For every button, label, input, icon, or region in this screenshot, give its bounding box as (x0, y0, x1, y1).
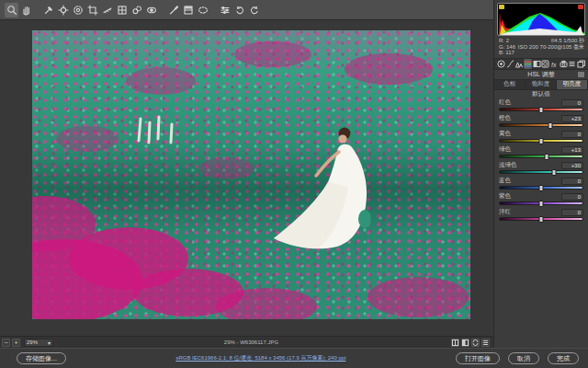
zoom-in-icon: + (14, 339, 17, 346)
slider-label: 绿色 (499, 145, 511, 154)
white-balance-tool-icon[interactable] (41, 3, 55, 17)
preview-statusbar: − + 29% ▾ 29% - W6306117.JPG (0, 336, 493, 348)
slider-label: 黄色 (499, 130, 511, 138)
slider-value[interactable]: +23 (561, 115, 583, 122)
slider-track[interactable] (499, 139, 583, 143)
camera-raw-dialog: − + 29% ▾ 29% - W6306117.JPG (0, 0, 588, 368)
slider-label: 橙色 (499, 114, 511, 122)
rgb-b-value: 117 (505, 50, 514, 55)
slider-track[interactable] (499, 108, 583, 111)
crop-tool-icon[interactable] (85, 3, 99, 17)
radial-filter-tool-icon[interactable] (196, 3, 209, 17)
slider-knob[interactable] (539, 216, 544, 223)
slider-value[interactable]: 0 (561, 99, 583, 107)
save-image-button[interactable]: 存储图像... (17, 352, 66, 364)
done-button[interactable]: 完成 (548, 352, 579, 364)
rotate-right-icon[interactable] (247, 3, 261, 17)
svg-text:fx: fx (551, 61, 557, 67)
highlight-clipping-warning-icon[interactable] (578, 5, 583, 9)
adjustment-brush-tool-icon[interactable] (166, 3, 180, 17)
basic-panel-icon[interactable] (497, 59, 505, 69)
graduated-filter-tool-icon[interactable] (181, 3, 195, 17)
workflow-options-link[interactable]: sRGB IEC61966-2.1; 8 位/通道; 5184 x 3456 (… (66, 354, 456, 362)
slider-knob[interactable] (539, 107, 544, 113)
photo-canvas[interactable] (32, 30, 470, 319)
zoom-level-dropdown[interactable]: 29% ▾ (24, 339, 53, 347)
slider-value[interactable]: 0 (561, 193, 583, 201)
preview-options-icon[interactable] (481, 339, 490, 347)
presets-panel-icon[interactable] (568, 59, 576, 69)
tab-saturation[interactable]: 饱和度 (526, 80, 557, 89)
panel-title: HSL 调整 (527, 70, 554, 79)
hand-tool-icon[interactable] (19, 3, 33, 17)
zoom-out-icon: − (4, 339, 7, 346)
slider-value[interactable]: 0 (561, 178, 583, 185)
slider-label: 紫色 (499, 192, 511, 201)
preview-area (0, 20, 493, 336)
slider-knob[interactable] (551, 169, 556, 176)
white-flower-spikes (139, 117, 172, 143)
snapshots-panel-icon[interactable] (577, 59, 585, 69)
tab-hue[interactable]: 色相 (494, 80, 526, 89)
slider-track[interactable] (499, 217, 583, 221)
rotate-left-icon[interactable] (232, 3, 246, 17)
slider-knob[interactable] (539, 138, 544, 144)
zoom-tool-icon[interactable] (5, 3, 18, 17)
slider-track[interactable] (499, 201, 583, 205)
zoom-in-button[interactable]: + (12, 339, 20, 347)
hsl-panel-title-row: HSL 调整 (494, 70, 588, 79)
swap-settings-icon[interactable] (471, 339, 480, 347)
split-toning-panel-icon[interactable] (533, 59, 541, 69)
slider-knob[interactable] (539, 185, 544, 191)
slider-knob[interactable] (548, 122, 553, 129)
exposure-line2: ISO 200 70-200@105 毫米 (518, 44, 584, 51)
hsl-grayscale-panel-icon[interactable] (524, 59, 532, 69)
slider-knob[interactable] (544, 154, 548, 160)
slider-orange: 橙色+23 (499, 115, 583, 127)
transform-tool-icon[interactable] (115, 3, 129, 17)
slider-value[interactable]: +13 (561, 146, 583, 154)
slider-track[interactable] (499, 155, 583, 158)
slider-blue: 蓝色0 (499, 178, 583, 190)
zoom-out-button[interactable]: − (2, 339, 10, 347)
straighten-tool-icon[interactable] (100, 3, 114, 17)
slider-purple: 紫色0 (499, 193, 583, 205)
tone-curve-panel-icon[interactable] (506, 59, 514, 69)
slider-track[interactable] (499, 123, 583, 127)
slider-value[interactable]: 0 (561, 209, 583, 216)
color-sampler-tool-icon[interactable] (56, 3, 70, 17)
preview-mode-icon[interactable] (451, 339, 459, 347)
open-image-button[interactable]: 打开图像 (456, 352, 500, 364)
slider-magenta: 洋红0 (499, 209, 583, 221)
toolbar (0, 0, 493, 20)
panel-menu-icon[interactable] (578, 72, 584, 77)
slider-track[interactable] (499, 170, 583, 174)
slider-label: 蓝色 (499, 177, 511, 185)
detail-panel-icon[interactable] (514, 59, 523, 69)
red-eye-tool-icon[interactable] (144, 3, 158, 17)
shadow-clipping-warning-icon[interactable] (499, 5, 504, 9)
rgb-readout: R: 2 G: 146 B: 117 (499, 38, 515, 56)
spot-removal-tool-icon[interactable] (130, 3, 143, 17)
rgb-r-value: 2 (506, 38, 509, 43)
rgb-g-value: 146 (506, 44, 515, 50)
cancel-button[interactable]: 取消 (508, 352, 539, 364)
hsl-tab-bar: 色相 饱和度 明亮度 (494, 79, 588, 90)
slider-track[interactable] (499, 186, 583, 190)
zoom-level-value: 29% (27, 339, 38, 345)
targeted-adjustment-tool-icon[interactable] (71, 3, 85, 17)
filename-label: 29% - W6306117.JPG (53, 339, 449, 345)
before-after-icon[interactable] (461, 339, 469, 347)
preferences-icon[interactable] (218, 3, 232, 17)
slider-label: 浅绿色 (499, 161, 517, 169)
lens-corrections-panel-icon[interactable] (541, 59, 549, 69)
adjustments-panel: R: 2 G: 146 B: 117 f/4.5 1/500 秒 ISO 200… (493, 0, 588, 348)
effects-panel-icon[interactable]: fx (550, 59, 559, 69)
slider-yellow: 黄色0 (499, 131, 583, 143)
camera-calibration-panel-icon[interactable] (560, 59, 568, 69)
slider-value[interactable]: +30 (561, 162, 583, 169)
slider-value[interactable]: 0 (561, 131, 583, 138)
default-values-button[interactable]: 默认值 (532, 90, 550, 98)
tab-luminance[interactable]: 明亮度 (557, 80, 588, 89)
slider-knob[interactable] (539, 201, 544, 207)
